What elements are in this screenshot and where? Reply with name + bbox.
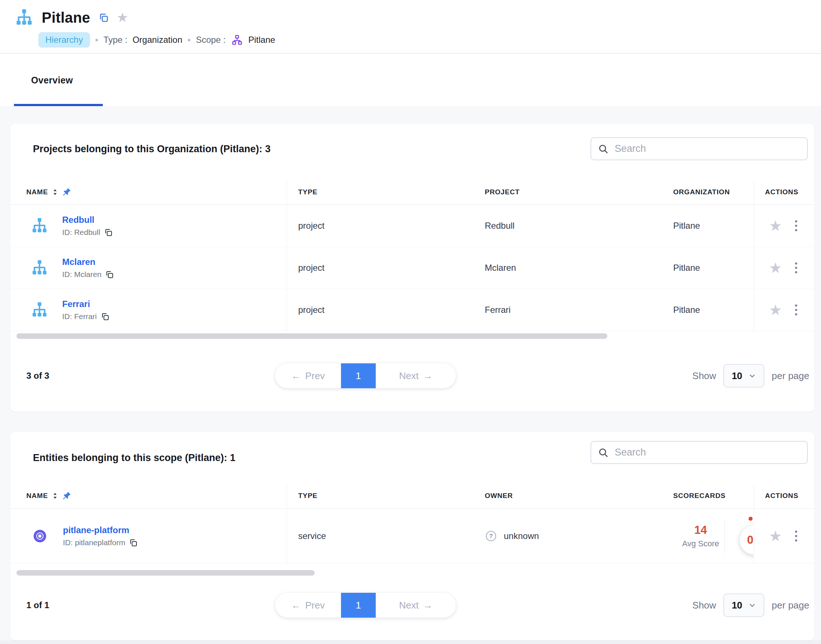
entities-search[interactable] xyxy=(591,441,808,464)
page-size-control: Show 10 per page xyxy=(692,593,809,617)
table-row-pitlane-platform: pitlane-platform ID: pitlaneplatform ser… xyxy=(10,509,815,563)
column-header-type: TYPE xyxy=(287,483,474,508)
sort-icon[interactable] xyxy=(52,188,58,196)
cell-owner: unknown xyxy=(504,531,539,541)
favorite-star-icon[interactable]: ★ xyxy=(769,218,782,233)
type-value: Organization xyxy=(132,35,182,45)
copy-id-icon[interactable] xyxy=(101,312,109,321)
row-count: 3 of 3 xyxy=(26,363,49,388)
column-header-actions: ACTIONS xyxy=(754,179,815,204)
column-header-owner: OWNER xyxy=(474,483,662,508)
projects-table-header: NAME TYPE PROJECT ORGANIZATION ACTIONS xyxy=(10,179,815,205)
show-label: Show xyxy=(692,370,716,382)
cell-type: project xyxy=(287,289,474,331)
prev-page-button[interactable]: ← Prev xyxy=(275,363,341,388)
cell-type: project xyxy=(287,205,474,247)
page-size-select[interactable]: 10 xyxy=(723,364,764,388)
project-hierarchy-icon xyxy=(31,301,48,319)
cell-organization: Pitlane xyxy=(662,247,754,289)
column-header-actions: ACTIONS xyxy=(754,483,815,508)
column-header-name[interactable]: NAME xyxy=(10,483,287,508)
per-page-label: per page xyxy=(772,370,809,382)
service-gear-icon xyxy=(31,527,49,545)
page-number-button[interactable]: 1 xyxy=(341,363,376,388)
entities-pagination: 1 of 1 ← Prev 1 Next → Show 10 xyxy=(10,593,815,618)
next-page-button[interactable]: Next → xyxy=(376,363,456,388)
arrow-left-icon: ← xyxy=(291,370,301,382)
entity-id: ID: Mclaren xyxy=(62,270,101,279)
row-menu-icon[interactable] xyxy=(793,260,800,276)
favorite-star-icon[interactable]: ★ xyxy=(769,529,782,543)
copy-title-icon[interactable] xyxy=(98,12,109,23)
cell-project: Redbull xyxy=(474,205,662,247)
next-page-button[interactable]: Next → xyxy=(376,593,456,618)
column-header-type: TYPE xyxy=(287,179,474,204)
entity-id: ID: Redbull xyxy=(62,228,100,237)
chevron-down-icon xyxy=(748,601,756,609)
tab-overview-label: Overview xyxy=(31,75,73,86)
pin-icon[interactable] xyxy=(62,187,71,196)
entities-card: Entities belonging to this scope (Pitlan… xyxy=(10,432,815,640)
entity-link[interactable]: Ferrari xyxy=(62,299,109,309)
horizontal-scrollbar[interactable] xyxy=(17,570,315,576)
row-count: 1 of 1 xyxy=(26,593,49,618)
separator-dot: • xyxy=(187,34,191,46)
horizontal-scrollbar[interactable] xyxy=(17,333,607,339)
page-header: Pitlane ★ Hierarchy • Type : Organizatio… xyxy=(0,0,821,54)
prev-page-button[interactable]: ← Prev xyxy=(275,593,341,618)
cell-organization: Pitlane xyxy=(662,205,754,247)
favorite-star-icon[interactable]: ★ xyxy=(117,11,129,24)
arrow-right-icon: → xyxy=(423,600,432,611)
entity-link[interactable]: Redbull xyxy=(62,215,113,225)
arrow-right-icon: → xyxy=(423,370,432,382)
column-header-organization: ORGANIZATION xyxy=(662,179,754,204)
projects-card-title: Projects belonging to this Organization … xyxy=(33,143,271,155)
row-menu-icon[interactable] xyxy=(793,218,800,233)
projects-search[interactable] xyxy=(591,137,808,160)
pin-icon[interactable] xyxy=(62,491,71,500)
tab-bar: Overview xyxy=(0,54,821,106)
copy-id-icon[interactable] xyxy=(105,270,114,279)
search-icon xyxy=(598,143,609,155)
favorite-star-icon[interactable]: ★ xyxy=(769,303,782,317)
page-number-button[interactable]: 1 xyxy=(341,593,376,618)
project-hierarchy-icon xyxy=(31,259,48,277)
entity-id: ID: Ferrari xyxy=(62,312,97,321)
scorecard-status-dot xyxy=(749,517,752,521)
sort-icon[interactable] xyxy=(52,492,58,500)
entities-card-title: Entities belonging to this scope (Pitlan… xyxy=(33,452,236,464)
pager: ← Prev 1 Next → xyxy=(275,363,456,388)
table-row-redbull: Redbull ID: Redbull project Redbull Pitl… xyxy=(10,205,815,247)
row-menu-icon[interactable] xyxy=(793,302,800,317)
cell-organization: Pitlane xyxy=(662,289,754,331)
favorite-star-icon[interactable]: ★ xyxy=(769,261,782,275)
svg-text:?: ? xyxy=(489,533,493,539)
page-size-control: Show 10 per page xyxy=(692,364,809,388)
entity-id: ID: pitlaneplatform xyxy=(63,538,125,547)
cell-project: Mclaren xyxy=(474,247,662,289)
entities-search-input[interactable] xyxy=(615,447,801,458)
tab-overview[interactable]: Overview xyxy=(14,54,103,106)
table-row-mclaren: Mclaren ID: Mclaren project Mclaren Pitl… xyxy=(10,247,815,289)
type-label: Type : xyxy=(104,35,127,45)
copy-id-icon[interactable] xyxy=(129,538,138,547)
page-title: Pitlane xyxy=(42,9,90,26)
entity-link[interactable]: Mclaren xyxy=(62,257,114,267)
page-size-select[interactable]: 10 xyxy=(723,593,764,617)
column-header-scorecards: SCORECARDS xyxy=(662,483,754,508)
per-page-label: per page xyxy=(772,600,809,611)
column-header-name[interactable]: NAME xyxy=(10,179,287,204)
unknown-owner-icon: ? xyxy=(485,530,497,542)
entity-link[interactable]: pitlane-platform xyxy=(63,525,138,535)
avg-score: 14 Avg Score xyxy=(673,524,728,549)
pager: ← Prev 1 Next → xyxy=(275,593,456,618)
projects-pagination: 3 of 3 ← Prev 1 Next → Show 10 xyxy=(10,363,815,388)
hierarchy-badge: Hierarchy xyxy=(38,32,90,48)
copy-id-icon[interactable] xyxy=(104,228,113,237)
projects-search-input[interactable] xyxy=(615,143,801,155)
row-menu-icon[interactable] xyxy=(793,528,800,544)
cell-project: Ferrari xyxy=(474,289,662,331)
project-hierarchy-icon xyxy=(31,217,48,235)
table-row-ferrari: Ferrari ID: Ferrari project Ferrari Pitl… xyxy=(10,289,815,331)
chevron-down-icon xyxy=(748,372,756,380)
